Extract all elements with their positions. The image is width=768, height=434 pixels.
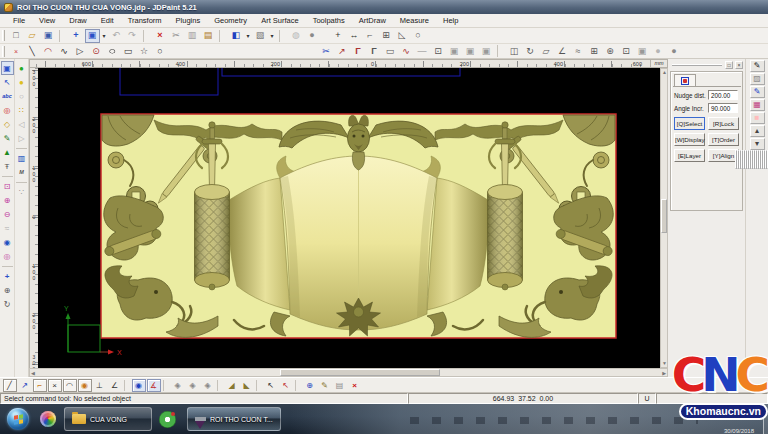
- offset-node-button[interactable]: ⌐: [363, 29, 378, 43]
- sep[interactable]: [279, 30, 285, 42]
- menu-item[interactable]: Measure: [393, 14, 436, 27]
- iso-view-1[interactable]: ◈: [171, 379, 185, 392]
- paste-button[interactable]: ▤: [201, 29, 216, 43]
- copy-view-button[interactable]: ▥: [15, 151, 28, 165]
- scroll-down-button[interactable]: ▾: [750, 138, 765, 150]
- skew-button[interactable]: ∠: [555, 44, 570, 58]
- polygon-tool-button[interactable]: ▷: [73, 44, 88, 58]
- eraser-tool[interactable]: ◇: [1, 117, 14, 131]
- smooth-button[interactable]: —: [415, 44, 430, 58]
- group-button[interactable]: ▣: [635, 44, 650, 58]
- iso-view-2[interactable]: ◈: [186, 379, 200, 392]
- menu-item[interactable]: Art Surface: [254, 14, 306, 27]
- dock-close-button[interactable]: ×: [735, 61, 743, 69]
- undo-button[interactable]: ↶: [109, 29, 124, 43]
- snap-tangent[interactable]: ∠: [108, 379, 122, 392]
- trim-button[interactable]: ✂: [319, 44, 334, 58]
- pick-region-button[interactable]: ⊡: [619, 44, 634, 58]
- shade-dark-button[interactable]: ●: [667, 44, 682, 58]
- relief-preview-button[interactable]: ◍: [289, 29, 304, 43]
- iso-view-3[interactable]: ◈: [201, 379, 215, 392]
- toolbar-grip[interactable]: [2, 30, 5, 41]
- mask-button[interactable]: M: [15, 165, 28, 179]
- sep[interactable]: [16, 179, 27, 183]
- scroll-left-arrow[interactable]: ◀: [31, 370, 35, 377]
- pull-tool[interactable]: ◣: [240, 379, 254, 392]
- scroll-right-arrow[interactable]: ▶: [662, 370, 666, 377]
- save-button[interactable]: ▣: [41, 29, 56, 43]
- text-tool[interactable]: abc: [1, 89, 14, 103]
- sep[interactable]: [295, 380, 300, 391]
- menu-item[interactable]: Help: [436, 14, 465, 27]
- menu-item[interactable]: Toolpaths: [306, 14, 352, 27]
- taskbar-button[interactable]: [156, 407, 183, 431]
- refresh-view-tool[interactable]: ↻: [1, 297, 14, 311]
- canvas-viewport[interactable]: Y X: [38, 68, 660, 368]
- menu-item[interactable]: Draw: [62, 14, 94, 27]
- angle-snap-toggle[interactable]: ∡: [147, 379, 161, 392]
- redo-button[interactable]: ↷: [125, 29, 140, 43]
- scroll-down-arrow[interactable]: ▼: [662, 360, 667, 367]
- construction-rect-1[interactable]: [120, 68, 218, 95]
- next-step-button[interactable]: ▷: [15, 131, 28, 145]
- toolbar-grip[interactable]: [2, 46, 5, 57]
- curve-tool-button[interactable]: ∿: [57, 44, 72, 58]
- light-green-toggle[interactable]: ●: [15, 61, 28, 75]
- start-button[interactable]: [7, 408, 29, 430]
- layer-filter-button[interactable]: [E]Layer: [674, 149, 705, 162]
- delete-button[interactable]: ×: [153, 29, 168, 43]
- open-button[interactable]: ▱: [25, 29, 40, 43]
- sep[interactable]: [163, 380, 168, 391]
- snap-intersection[interactable]: ×: [48, 379, 62, 392]
- no-color-swatch[interactable]: ▨: [750, 73, 765, 85]
- pick-start[interactable]: ↖: [264, 379, 278, 392]
- select-box-button[interactable]: ▣: [85, 29, 100, 43]
- arc-tool-button[interactable]: ◠: [41, 44, 56, 58]
- taskbar-button[interactable]: CUA VONG: [64, 407, 152, 431]
- clone-button-2[interactable]: ▣: [463, 44, 478, 58]
- taskbar-button[interactable]: ROI THO CUON T...: [187, 407, 281, 431]
- chamfer-button[interactable]: Γ: [367, 44, 382, 58]
- snap-quadrant[interactable]: ◠: [63, 379, 77, 392]
- extend-button[interactable]: ↗: [335, 44, 350, 58]
- scale-button[interactable]: ▱: [539, 44, 554, 58]
- light-yellow-toggle[interactable]: ●: [15, 75, 28, 89]
- ring-tool[interactable]: ◎: [1, 103, 14, 117]
- sep[interactable]: [217, 380, 222, 391]
- select-box-caret[interactable]: ▾: [101, 29, 108, 43]
- lasso-button[interactable]: ○: [411, 29, 426, 43]
- sep[interactable]: [2, 173, 13, 177]
- field-input[interactable]: 90.000: [708, 103, 738, 113]
- line-tool-button[interactable]: ╲: [25, 44, 40, 58]
- panel-tab[interactable]: [674, 74, 696, 86]
- dock-restore-button[interactable]: □: [725, 61, 733, 69]
- material-dots-toggle[interactable]: ∷: [15, 103, 28, 117]
- shade-light-button[interactable]: ●: [651, 44, 666, 58]
- sep[interactable]: [497, 45, 503, 57]
- copy-ucs-button[interactable]: ▤: [333, 379, 347, 392]
- snap-node[interactable]: ↗: [18, 379, 32, 392]
- zoom-in-tool[interactable]: ⊕: [1, 193, 14, 207]
- cancel-tool-button[interactable]: ×: [348, 379, 362, 392]
- add-point-button[interactable]: +: [331, 29, 346, 43]
- v-scroll-thumb[interactable]: [661, 199, 667, 233]
- angle-ruler-button[interactable]: ◺: [395, 29, 410, 43]
- fill-caret[interactable]: ▾: [245, 29, 252, 43]
- lock-filter-button[interactable]: [R]Lock: [708, 117, 739, 130]
- zoom-out-tool[interactable]: ⊖: [1, 207, 14, 221]
- zoom-previous-tool[interactable]: ≈: [1, 221, 14, 235]
- scroll-up-button[interactable]: ▴: [750, 125, 765, 137]
- fillet-button[interactable]: Γ: [351, 44, 366, 58]
- select-tool[interactable]: ▣: [1, 61, 14, 75]
- array-copy-button[interactable]: ⊞: [379, 29, 394, 43]
- pen-tool[interactable]: ✎: [1, 131, 14, 145]
- depth-gauge-tool[interactable]: Ŧ: [1, 159, 14, 173]
- star-tool-button[interactable]: ☆: [137, 44, 152, 58]
- view-mode-button[interactable]: ▧: [253, 29, 268, 43]
- ellipse-tool-button[interactable]: ○: [101, 44, 123, 58]
- order-filter-button[interactable]: [T]Order: [708, 133, 739, 146]
- scroll-up-arrow[interactable]: ▲: [662, 69, 667, 76]
- tray-date[interactable]: 30/09/2018: [724, 428, 754, 434]
- delete-node-button[interactable]: ×: [9, 44, 24, 58]
- ornament-button[interactable]: ∵: [15, 185, 28, 199]
